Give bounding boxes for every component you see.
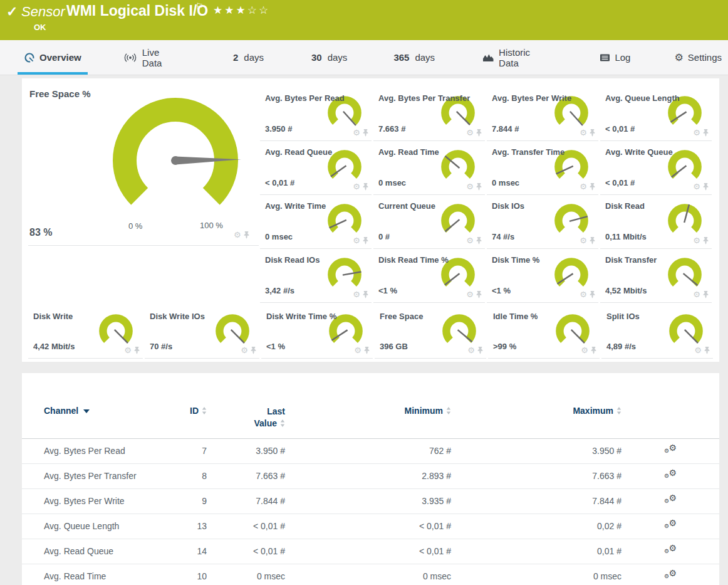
pin-icon[interactable]: [133, 346, 140, 354]
table-row: Avg. Read Queue 14 < 0,01 # < 0,01 # 0,0…: [22, 539, 719, 564]
pin-icon[interactable]: [243, 231, 250, 239]
pin-icon[interactable]: [590, 346, 597, 354]
gear-icon[interactable]: ⚙: [693, 182, 700, 191]
gear-icon[interactable]: ⚙: [581, 346, 588, 354]
channel-settings-icon[interactable]: ⚙⚙: [664, 495, 677, 506]
pin-icon[interactable]: [362, 290, 369, 298]
pin-icon[interactable]: [250, 346, 257, 354]
pin-icon[interactable]: [362, 129, 369, 137]
pin-icon[interactable]: [476, 236, 482, 245]
pin-icon[interactable]: [476, 290, 482, 298]
gauge-value: 0,11 Mbit/s: [605, 232, 647, 241]
pin-icon[interactable]: [476, 182, 482, 191]
tab-label: days: [415, 52, 435, 63]
tab-label: Overview: [39, 52, 81, 63]
gauge-dial: [96, 309, 135, 350]
gear-icon[interactable]: ⚙: [124, 346, 132, 354]
tab-overview[interactable]: Overview: [18, 40, 88, 75]
pin-icon[interactable]: [362, 236, 369, 245]
gear-icon[interactable]: ⚙: [466, 236, 474, 245]
tab-bar: Overview Live Data 2 days 30 days 365 da…: [0, 40, 728, 75]
tab-label: Log: [615, 52, 630, 63]
pin-icon[interactable]: [477, 346, 484, 354]
sensor-title: WMI Logical Disk I/O: [66, 3, 208, 19]
gear-icon[interactable]: ⚙: [580, 290, 587, 298]
gauge-title: Current Queue: [378, 201, 435, 211]
scale-max-label: 100 %: [200, 221, 223, 230]
channel-maximum: 0,01 #: [451, 546, 621, 556]
gear-icon[interactable]: ⚙: [353, 129, 360, 137]
gauge-value: < 0,01 #: [265, 178, 294, 187]
gear-icon[interactable]: ⚙: [466, 290, 474, 298]
channel-settings-icon[interactable]: ⚙⚙: [664, 570, 677, 581]
gear-icon[interactable]: ⚙: [580, 129, 587, 137]
tab-2-days[interactable]: 2 days: [227, 40, 270, 75]
pin-icon[interactable]: [589, 290, 596, 298]
gear-icon[interactable]: ⚙: [580, 236, 587, 245]
column-header-last-value[interactable]: Last Value: [207, 406, 285, 430]
channel-minimum: 762 #: [285, 446, 451, 456]
table-row: Avg. Bytes Per Read 7 3.950 # 762 # 3.95…: [22, 439, 719, 464]
gear-icon[interactable]: ⚙: [693, 290, 700, 298]
gear-icon[interactable]: ⚙: [694, 346, 702, 354]
channel-maximum: 7.844 #: [451, 496, 621, 506]
gauge-dial: [665, 199, 704, 240]
gauge-title: Avg. Write Time: [265, 201, 326, 211]
gauge-title: Disk Read Time %: [378, 255, 449, 265]
pin-icon[interactable]: [362, 182, 369, 191]
column-header-minimum[interactable]: Minimum: [285, 406, 451, 416]
gear-icon[interactable]: ⚙: [353, 182, 360, 191]
gear-icon[interactable]: ⚙: [234, 231, 241, 239]
tab-log[interactable]: Log: [593, 40, 637, 75]
pin-icon[interactable]: [589, 182, 596, 191]
gauge-value: < 0,01 #: [605, 124, 635, 134]
pin-icon[interactable]: [702, 182, 709, 191]
tab-label: days: [328, 52, 348, 63]
gear-icon[interactable]: ⚙: [353, 236, 360, 245]
tab-historic-data[interactable]: Historic Data: [476, 40, 557, 75]
gauge-title: Avg. Bytes Per Transfer: [378, 93, 470, 103]
priority-stars[interactable]: ★★★☆☆: [213, 4, 270, 17]
pin-icon[interactable]: [702, 129, 709, 137]
gauge-icon: [24, 52, 35, 63]
gauge-card-avg-write-queue: Avg. Write Queue < 0,01 # ⚙: [600, 141, 712, 195]
gauge-value: 396 GB: [380, 342, 408, 351]
gear-icon[interactable]: ⚙: [580, 182, 587, 191]
tab-settings[interactable]: ⚙ Settings: [668, 40, 728, 75]
column-header-channel[interactable]: Channel: [44, 406, 169, 416]
tab-live-data[interactable]: Live Data: [117, 40, 187, 75]
pin-icon[interactable]: [476, 129, 482, 137]
gear-icon[interactable]: ⚙: [354, 346, 361, 354]
pin-icon[interactable]: [702, 290, 709, 298]
priority-flag-icon[interactable]: ⚐: [195, 1, 204, 11]
pin-icon[interactable]: [589, 129, 596, 137]
gear-icon[interactable]: ⚙: [241, 346, 248, 354]
channel-settings-icon[interactable]: ⚙⚙: [664, 520, 677, 531]
gauge-dial: [439, 145, 477, 186]
pin-icon[interactable]: [704, 346, 710, 354]
gear-icon[interactable]: ⚙: [693, 129, 700, 137]
pin-icon[interactable]: [363, 346, 370, 354]
channel-settings-icon[interactable]: ⚙⚙: [664, 545, 677, 556]
channel-maximum: 0,02 #: [451, 521, 621, 531]
channel-last-value: 7.663 #: [207, 471, 285, 481]
column-header-id[interactable]: ID: [169, 406, 207, 416]
pin-icon[interactable]: [589, 236, 596, 245]
gauge-value: 0 #: [378, 232, 390, 241]
channel-last-value: < 0,01 #: [207, 521, 285, 531]
pin-icon[interactable]: [702, 236, 709, 245]
gear-icon[interactable]: ⚙: [466, 129, 474, 137]
tab-30-days[interactable]: 30 days: [305, 40, 353, 75]
gear-icon[interactable]: ⚙: [353, 290, 360, 298]
tab-365-days[interactable]: 365 days: [387, 40, 441, 75]
column-header-maximum[interactable]: Maximum: [451, 406, 621, 416]
channel-settings-icon[interactable]: ⚙⚙: [664, 445, 677, 456]
gear-icon[interactable]: ⚙: [467, 346, 475, 354]
scale-min-label: 0 %: [128, 221, 142, 231]
gauge-value: 4,52 Mbit/s: [605, 286, 647, 295]
gear-icon[interactable]: ⚙: [693, 236, 700, 245]
gauge-dial: [665, 253, 704, 294]
channel-settings-icon[interactable]: ⚙⚙: [664, 470, 677, 481]
gauge-value: 3.950 #: [265, 124, 292, 134]
gear-icon[interactable]: ⚙: [466, 182, 474, 191]
